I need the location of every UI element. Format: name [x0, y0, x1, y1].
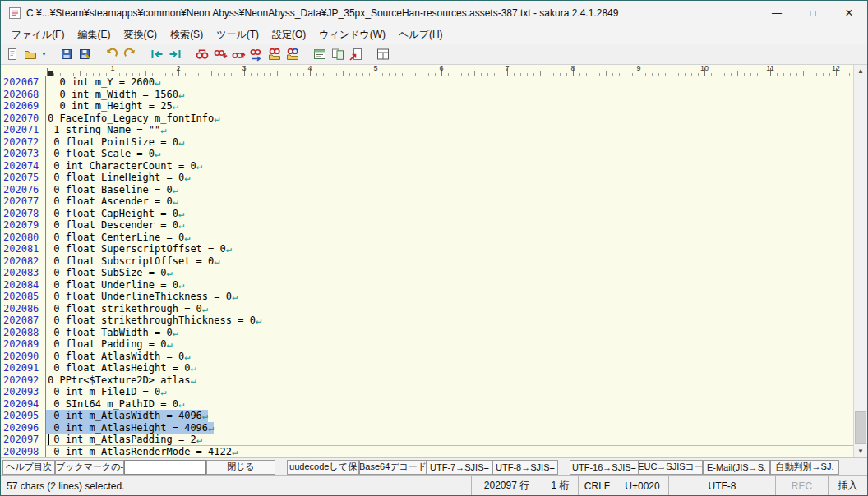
- editor-line[interactable]: 202079 0 float Descender = 0↵: [1, 219, 853, 232]
- funcbar-close[interactable]: 閉じる: [206, 460, 275, 475]
- editor-line[interactable]: 202072 0 float PointSize = 0↵: [1, 136, 853, 149]
- toolbar-compare[interactable]: [329, 45, 347, 63]
- editor-line[interactable]: 202080 0 float CenterLine = 0↵: [1, 232, 853, 244]
- toolbar-tag-jump[interactable]: [347, 45, 365, 63]
- scrollbar-thumb[interactable]: [855, 411, 866, 444]
- menu-settings[interactable]: 設定(O): [265, 26, 312, 44]
- editor-line[interactable]: 202084 0 float Underline = 0↵: [1, 279, 853, 292]
- editor-line[interactable]: 202098 0 int m_AtlasRenderMode = 4122↵: [1, 446, 853, 458]
- line-text[interactable]: 0 PPtr<$Texture2D> atlas↵: [46, 374, 196, 387]
- toolbar-search[interactable]: [193, 45, 211, 63]
- funcbar-utf8-to-sjis[interactable]: UTF-8→SJIS=: [492, 460, 558, 475]
- funcbar-euc-to-sjis[interactable]: EUC→SJISコー: [639, 460, 703, 475]
- line-text[interactable]: 0 float Scale = 0↵: [46, 148, 160, 160]
- menu-window[interactable]: ウィンドウ(W): [312, 26, 392, 44]
- toolbar-grep[interactable]: [265, 45, 284, 63]
- toolbar-outline[interactable]: [311, 45, 329, 63]
- editor-line[interactable]: 202067 0 int m_Y = 2600↵: [1, 76, 853, 89]
- editor-line[interactable]: 202097 0 int m_AtlasPadding = 2↵: [1, 434, 853, 446]
- line-text[interactable]: 0 float TabWidth = 0↵: [46, 327, 178, 339]
- toolbar-open-file[interactable]: [21, 45, 39, 63]
- line-text[interactable]: 0 float CapHeight = 0↵: [46, 208, 184, 220]
- line-text[interactable]: 0 float AtlasHeight = 0↵: [46, 362, 196, 374]
- line-text[interactable]: 0 float Descender = 0↵: [46, 219, 184, 232]
- editor-line[interactable]: 202096 0 int m_AtlasHeight = 4096↵: [1, 422, 853, 434]
- editor-line[interactable]: 202078 0 float CapHeight = 0↵: [1, 208, 853, 220]
- funcbar-auto-to-sjis[interactable]: 自動判別→SJ.: [770, 460, 839, 475]
- funcbar-input[interactable]: [124, 460, 206, 475]
- line-text[interactable]: 0 int m_AtlasRenderMode = 4122↵: [46, 446, 238, 458]
- toolbar-jump-forward[interactable]: [166, 45, 184, 63]
- scroll-up-button[interactable]: ▲: [854, 65, 867, 77]
- editor-line[interactable]: 202074 0 int CharacterCount = 0↵: [1, 160, 853, 172]
- editor-line[interactable]: 202087 0 float strikethroughThickness = …: [1, 315, 853, 327]
- toolbar-open-dropdown[interactable]: ▾: [39, 45, 48, 63]
- menu-convert[interactable]: 変換(C): [117, 26, 164, 44]
- line-text[interactable]: 0 float UnderlineThickness = 0↵: [46, 291, 238, 303]
- menu-search[interactable]: 検索(S): [164, 26, 210, 44]
- minimize-button[interactable]: —: [759, 1, 795, 25]
- editor-line[interactable]: 202090 0 float AtlasWidth = 0↵: [1, 351, 853, 363]
- line-text[interactable]: 0 float Underline = 0↵: [46, 279, 184, 292]
- line-text[interactable]: 0 float SubscriptOffset = 0↵: [46, 255, 220, 268]
- close-button[interactable]: ×: [831, 1, 867, 25]
- line-text[interactable]: 0 int m_Y = 2600↵: [46, 76, 160, 89]
- editor-line[interactable]: 202069 0 int m_Height = 25↵: [1, 100, 853, 113]
- toolbar-window-split[interactable]: [374, 45, 392, 63]
- menu-tools[interactable]: ツール(T): [210, 26, 265, 44]
- editor-line[interactable]: 202093 0 int m_FileID = 0↵: [1, 386, 853, 398]
- editor-line[interactable]: 202095 0 int m_AtlasWidth = 4096↵: [1, 410, 853, 422]
- line-text[interactable]: 0 float SubSize = 0↵: [46, 267, 173, 279]
- funcbar-email-jis-to-sjis[interactable]: E-Mail(JIS→S.: [703, 460, 770, 475]
- line-text[interactable]: 0 float Padding = 0↵: [46, 338, 173, 351]
- scroll-down-button[interactable]: ▼: [854, 445, 867, 457]
- editor-line[interactable]: 202083 0 float SubSize = 0↵: [1, 267, 853, 279]
- menu-help[interactable]: ヘルプ(H): [392, 26, 450, 44]
- toolbar-grep-replace[interactable]: [284, 45, 302, 63]
- editor-line[interactable]: 202089 0 float Padding = 0↵: [1, 338, 853, 351]
- toolbar-search-prev[interactable]: [229, 45, 247, 63]
- line-text[interactable]: 0 float PointSize = 0↵: [46, 136, 184, 149]
- editor-line[interactable]: 2020700 FaceInfo_Legacy m_fontInfo↵: [1, 113, 853, 125]
- line-text[interactable]: 0 float LineHeight = 0↵: [46, 172, 190, 184]
- funcbar-uudecode-save[interactable]: uudecodeして保: [287, 460, 359, 475]
- toolbar-jump-back[interactable]: [148, 45, 166, 63]
- editor-line[interactable]: 202085 0 float UnderlineThickness = 0↵: [1, 291, 853, 303]
- funcbar-utf7-to-sjis[interactable]: UTF-7→SJIS=: [427, 460, 492, 475]
- toolbar-new-file[interactable]: [3, 45, 21, 63]
- editor-line[interactable]: 202082 0 float SubscriptOffset = 0↵: [1, 255, 853, 268]
- toolbar-undo[interactable]: [103, 45, 121, 63]
- line-text[interactable]: 0 int m_AtlasHeight = 4096↵: [46, 422, 214, 434]
- line-text[interactable]: 0 float CenterLine = 0↵: [46, 232, 190, 244]
- line-text[interactable]: 0 FaceInfo_Legacy m_fontInfo↵: [46, 113, 220, 125]
- line-text[interactable]: 0 int m_Height = 25↵: [46, 100, 178, 113]
- line-text[interactable]: 0 float AtlasWidth = 0↵: [46, 351, 190, 363]
- menu-edit[interactable]: 編集(E): [71, 26, 117, 44]
- toolbar-save-as[interactable]: [76, 45, 94, 63]
- line-text[interactable]: 0 SInt64 m_PathID = 0↵: [46, 398, 184, 411]
- line-text[interactable]: 0 int m_Width = 1560↵: [46, 89, 184, 101]
- editor-line[interactable]: 202077 0 float Ascender = 0↵: [1, 195, 853, 208]
- editor-line[interactable]: 202081 0 float SuperscriptOffset = 0↵: [1, 243, 853, 255]
- vertical-scrollbar[interactable]: ▲ ▼: [853, 65, 867, 457]
- line-text[interactable]: 0 int m_AtlasWidth = 4096↵: [46, 410, 208, 422]
- maximize-button[interactable]: □: [795, 1, 831, 25]
- editor-line[interactable]: 202091 0 float AtlasHeight = 0↵: [1, 362, 853, 374]
- line-text[interactable]: 0 float Ascender = 0↵: [46, 195, 178, 208]
- editor[interactable]: 202067 0 int m_Y = 2600↵202068 0 int m_W…: [1, 76, 853, 457]
- editor-line[interactable]: 202094 0 SInt64 m_PathID = 0↵: [1, 398, 853, 411]
- funcbar-base64-decode[interactable]: Base64デコード: [359, 460, 427, 475]
- funcbar-help-contents[interactable]: ヘルプ目次: [2, 460, 55, 475]
- line-text[interactable]: 0 float strikethroughThickness = 0↵: [46, 315, 261, 327]
- line-text[interactable]: 0 float strikethrough = 0↵: [46, 303, 208, 315]
- line-text[interactable]: 0 int CharacterCount = 0↵: [46, 160, 202, 172]
- editor-line[interactable]: 202068 0 int m_Width = 1560↵: [1, 89, 853, 101]
- editor-line[interactable]: 202086 0 float strikethrough = 0↵: [1, 303, 853, 315]
- line-text[interactable]: 0 float Baseline = 0↵: [46, 184, 178, 196]
- line-text[interactable]: 0 int m_FileID = 0↵: [46, 386, 167, 398]
- toolbar-replace[interactable]: [247, 45, 265, 63]
- editor-line[interactable]: 202073 0 float Scale = 0↵: [1, 148, 853, 160]
- editor-line[interactable]: 202076 0 float Baseline = 0↵: [1, 184, 853, 196]
- editor-line[interactable]: 202075 0 float LineHeight = 0↵: [1, 172, 853, 184]
- menu-file[interactable]: ファイル(F): [5, 26, 71, 44]
